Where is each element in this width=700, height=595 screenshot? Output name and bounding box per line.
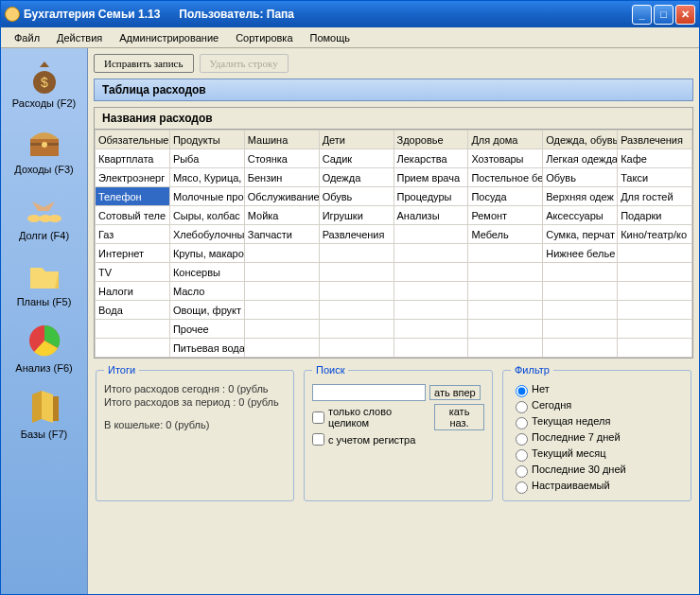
table-cell[interactable]: Сотовый теле bbox=[96, 206, 170, 225]
table-cell[interactable] bbox=[543, 282, 618, 301]
sidebar-item-expenses[interactable]: $ Расходы (F2) bbox=[7, 56, 82, 109]
table-cell[interactable]: Налоги bbox=[96, 282, 170, 301]
edit-record-button[interactable]: Исправить запись bbox=[94, 54, 194, 73]
column-header[interactable]: Для дома bbox=[468, 131, 543, 149]
table-cell[interactable]: Консервы bbox=[169, 263, 244, 282]
column-header[interactable]: Здоровье bbox=[394, 131, 468, 149]
filter-option[interactable]: Сегодня bbox=[511, 398, 683, 413]
search-input[interactable] bbox=[312, 384, 426, 401]
table-cell[interactable] bbox=[468, 263, 543, 282]
search-back-button[interactable]: кать наз. bbox=[434, 404, 484, 430]
column-header[interactable]: Дети bbox=[319, 131, 394, 149]
table-cell[interactable] bbox=[319, 263, 394, 282]
table-cell[interactable] bbox=[244, 320, 319, 339]
table-cell[interactable]: Подарки bbox=[618, 206, 692, 225]
table-cell[interactable]: Развлечения bbox=[319, 225, 394, 244]
minimize-button[interactable]: _ bbox=[632, 5, 652, 25]
table-cell[interactable] bbox=[96, 339, 170, 358]
table-cell[interactable]: Легкая одежда bbox=[543, 149, 618, 168]
table-row[interactable]: ВодаОвощи, фрукт bbox=[96, 301, 692, 320]
filter-option[interactable]: Нет bbox=[511, 382, 683, 397]
table-cell[interactable] bbox=[319, 320, 394, 339]
table-cell[interactable]: Телефон bbox=[96, 187, 170, 206]
filter-radio[interactable] bbox=[516, 449, 528, 462]
table-cell[interactable] bbox=[618, 282, 692, 301]
table-row[interactable]: TVКонсервы bbox=[96, 263, 692, 282]
table-cell[interactable]: Обслуживание bbox=[244, 187, 319, 206]
table-cell[interactable]: Нижнее белье bbox=[543, 244, 618, 263]
table-cell[interactable] bbox=[468, 301, 543, 320]
table-cell[interactable] bbox=[543, 263, 618, 282]
table-row[interactable]: ИнтернетКрупы, макароНижнее белье bbox=[96, 244, 692, 263]
menu-sort[interactable]: Сортировка bbox=[228, 30, 300, 45]
table-cell[interactable] bbox=[468, 339, 543, 358]
table-cell[interactable] bbox=[319, 244, 394, 263]
table-cell[interactable] bbox=[319, 301, 394, 320]
table-cell[interactable]: Лекарства bbox=[394, 149, 468, 168]
table-cell[interactable] bbox=[618, 263, 692, 282]
table-cell[interactable] bbox=[468, 244, 543, 263]
sidebar-item-analysis[interactable]: Анализ (F6) bbox=[7, 321, 82, 374]
table-cell[interactable]: Сумка, перчат bbox=[543, 225, 618, 244]
filter-radio[interactable] bbox=[516, 465, 528, 478]
table-cell[interactable]: Обувь bbox=[543, 168, 618, 187]
table-cell[interactable]: Анализы bbox=[394, 206, 468, 225]
table-cell[interactable] bbox=[394, 263, 468, 282]
table-cell[interactable]: Вода bbox=[96, 301, 170, 320]
column-header[interactable]: Продукты bbox=[169, 131, 244, 149]
table-cell[interactable]: Питьевая вода bbox=[169, 339, 244, 358]
table-cell[interactable]: Молочные про bbox=[169, 187, 244, 206]
table-row[interactable]: ТелефонМолочные проОбслуживаниеОбувьПроц… bbox=[96, 187, 692, 206]
column-header[interactable]: Одежда, обувь bbox=[543, 131, 618, 149]
filter-radio[interactable] bbox=[516, 401, 528, 413]
table-cell[interactable]: Кафе bbox=[618, 149, 692, 168]
table-cell[interactable] bbox=[618, 320, 692, 339]
menu-actions[interactable]: Действия bbox=[49, 30, 110, 45]
table-cell[interactable]: Кино/театр/ко bbox=[618, 225, 692, 244]
table-cell[interactable] bbox=[394, 244, 468, 263]
table-cell[interactable]: Игрушки bbox=[319, 206, 394, 225]
table-cell[interactable]: Аксессуары bbox=[543, 206, 618, 225]
sidebar-item-debts[interactable]: Долги (F4) bbox=[7, 188, 82, 241]
column-header[interactable]: Обязательные bbox=[96, 131, 170, 149]
table-cell[interactable] bbox=[244, 339, 319, 358]
table-row[interactable]: Сотовый телеСыры, колбасМойкаИгрушкиАнал… bbox=[96, 206, 692, 225]
table-cell[interactable] bbox=[394, 320, 468, 339]
table-cell[interactable]: Электроэнерг bbox=[96, 168, 170, 187]
table-cell[interactable]: Хозтовары bbox=[468, 149, 543, 168]
table-cell[interactable] bbox=[244, 244, 319, 263]
table-cell[interactable]: Газ bbox=[96, 225, 170, 244]
filter-option[interactable]: Последние 7 дней bbox=[511, 430, 683, 446]
table-cell[interactable]: Мебель bbox=[468, 225, 543, 244]
sidebar-item-plans[interactable]: Планы (F5) bbox=[7, 254, 82, 307]
table-cell[interactable] bbox=[319, 282, 394, 301]
table-cell[interactable] bbox=[543, 339, 618, 358]
filter-option[interactable]: Текущий месяц bbox=[511, 446, 683, 462]
table-cell[interactable] bbox=[96, 320, 170, 339]
table-cell[interactable]: TV bbox=[96, 263, 170, 282]
match-case-checkbox[interactable] bbox=[312, 433, 324, 446]
table-cell[interactable]: Посуда bbox=[468, 187, 543, 206]
table-cell[interactable]: Прием врача bbox=[394, 168, 468, 187]
table-cell[interactable] bbox=[543, 320, 618, 339]
table-cell[interactable]: Крупы, макаро bbox=[169, 244, 244, 263]
table-cell[interactable]: Ремонт bbox=[468, 206, 543, 225]
column-header[interactable]: Машина bbox=[244, 131, 319, 149]
table-row[interactable]: НалогиМасло bbox=[96, 282, 692, 301]
table-cell[interactable]: Хлебобулочны bbox=[169, 225, 244, 244]
title-bar[interactable]: Бухгалтерия Семьи 1.13 Пользователь: Пап… bbox=[1, 1, 699, 27]
menu-admin[interactable]: Администрирование bbox=[112, 30, 226, 45]
menu-help[interactable]: Помощь bbox=[303, 30, 359, 45]
table-cell[interactable]: Запчасти bbox=[244, 225, 319, 244]
filter-option[interactable]: Текущая неделя bbox=[511, 414, 683, 429]
table-cell[interactable]: Интернет bbox=[96, 244, 170, 263]
table-cell[interactable] bbox=[618, 301, 692, 320]
table-cell[interactable]: Рыба bbox=[169, 149, 244, 168]
table-row[interactable]: ГазХлебобулочныЗапчастиРазвлеченияМебель… bbox=[96, 225, 692, 244]
table-row[interactable]: Питьевая вода bbox=[96, 339, 692, 358]
table-cell[interactable]: Такси bbox=[618, 168, 692, 187]
table-cell[interactable]: Процедуры bbox=[394, 187, 468, 206]
maximize-button[interactable]: □ bbox=[654, 5, 674, 25]
expenses-table[interactable]: ОбязательныеПродуктыМашинаДетиЗдоровьеДл… bbox=[95, 130, 692, 358]
table-cell[interactable] bbox=[468, 320, 543, 339]
